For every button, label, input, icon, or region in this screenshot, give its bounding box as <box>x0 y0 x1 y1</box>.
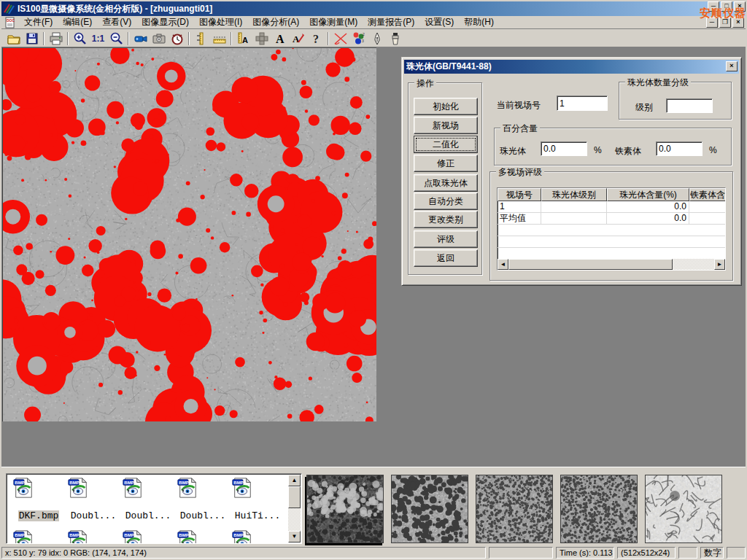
col-pearlite-grade[interactable]: 珠光体级别 <box>541 188 607 201</box>
menu-measure-report[interactable]: 测量报告(P) <box>363 15 419 30</box>
grid-tool-button[interactable] <box>252 31 271 47</box>
table-row-empty <box>498 236 725 248</box>
grade-button[interactable]: 评级 <box>414 230 478 248</box>
toolbar-separator <box>188 32 190 45</box>
file-item[interactable] <box>177 529 229 544</box>
col-pearlite-content[interactable]: 珠光体含量(%) <box>607 188 689 201</box>
table-row[interactable]: 1 0.0 <box>498 201 725 213</box>
table-row[interactable]: 平均值 0.0 <box>498 213 725 225</box>
zoom-out-button[interactable] <box>107 31 125 47</box>
file-name: HuiTi... <box>234 510 281 521</box>
pick-pearlite-button[interactable]: 点取珠光体 <box>414 174 478 192</box>
micrograph-frame <box>2 47 376 421</box>
scroll-left-button[interactable]: ◄ <box>498 259 508 270</box>
svg-text:A: A <box>242 36 248 44</box>
file-item[interactable]: Doubl... <box>122 477 174 521</box>
timer-button[interactable] <box>168 31 186 47</box>
file-browser-scrollbar[interactable]: ▲ ▼ <box>288 475 301 542</box>
file-item[interactable]: Doubl... <box>67 477 120 521</box>
thumbnail-3[interactable] <box>476 475 553 543</box>
brush-tool-button[interactable] <box>386 31 404 47</box>
menu-edit[interactable]: 编辑(E) <box>58 15 97 30</box>
ruler-icon <box>212 31 227 46</box>
svg-text:DOC: DOC <box>7 18 15 23</box>
file-item[interactable]: DKF.bmp <box>12 477 65 521</box>
status-bar: x: 510 y: 79 idx: 0 RGB: (174, 174, 174)… <box>1 545 746 559</box>
menu-file[interactable]: 文件(F) <box>19 15 58 30</box>
video-capture-button[interactable] <box>131 31 150 47</box>
file-item[interactable]: HuiTi... <box>231 477 284 521</box>
pearlite-percent-input[interactable] <box>541 141 587 156</box>
thumbnail-4[interactable] <box>560 475 638 543</box>
camera-capture-button[interactable] <box>150 31 168 47</box>
thumbnail-1[interactable] <box>306 475 384 543</box>
floppy-icon <box>25 31 39 46</box>
ruler-horizontal-button[interactable] <box>210 31 228 47</box>
toolbar: 1:1 A A A ? 23 <box>1 30 746 47</box>
pen-tool-button[interactable] <box>368 31 386 47</box>
table-row-empty <box>498 248 725 260</box>
pen-icon <box>370 31 384 46</box>
status-image-size: (512x512x24) <box>617 547 676 559</box>
col-ferrite-content[interactable]: 铁素体含量(%) <box>689 188 726 201</box>
menu-settings[interactable]: 设置(S) <box>419 15 459 30</box>
menu-image-measure[interactable]: 图像测量(M) <box>304 15 363 30</box>
cell-grade <box>541 201 607 212</box>
window-title: IS100显微摄像系统(金相分析版) - [zhuguangti01] <box>18 3 212 15</box>
change-class-button[interactable]: 更改类别 <box>414 211 478 228</box>
file-item[interactable] <box>231 529 284 544</box>
file-item[interactable] <box>67 529 120 544</box>
scroll-up-button[interactable]: ▲ <box>288 475 301 486</box>
micrograph-image[interactable] <box>3 48 376 421</box>
toolbar-separator <box>67 32 69 45</box>
thumbnail-5[interactable] <box>645 475 722 543</box>
menu-bar: DOC 文件(F) 编辑(E) 查看(V) 图像显示(D) 图像处理(I) 图像… <box>1 16 746 29</box>
menu-image-display[interactable]: 图像显示(D) <box>136 15 194 30</box>
grade-level-input[interactable] <box>666 98 713 113</box>
dialog-title-bar[interactable]: 珠光体(GB/T9441-88) <box>404 60 739 74</box>
current-field-input[interactable] <box>557 96 608 111</box>
binarize-button[interactable]: 二值化 <box>414 136 478 153</box>
scroll-down-button[interactable]: ▼ <box>288 531 301 542</box>
table-horizontal-scrollbar[interactable]: ◄ ► <box>498 259 725 270</box>
scroll-thumb[interactable] <box>508 259 673 270</box>
measure-text-button[interactable]: A <box>234 31 252 47</box>
text-annotate-button[interactable]: A <box>271 31 289 47</box>
file-browser[interactable]: DKF.bmp Doubl... Doubl... Doubl... HuiTi… <box>6 473 302 544</box>
new-field-button[interactable]: 新视场 <box>414 117 478 134</box>
menu-view[interactable]: 查看(V) <box>97 15 136 30</box>
open-file-button[interactable] <box>4 31 23 47</box>
return-button[interactable]: 返回 <box>414 249 478 267</box>
zoom-in-button[interactable] <box>71 31 89 47</box>
multi-field-table[interactable]: 视场号 珠光体级别 珠光体含量(%) 铁素体含量(%) 1 0.0 平均值 0.… <box>497 187 726 271</box>
classify-balls-button[interactable]: 23 <box>349 31 368 47</box>
correct-button[interactable]: 修正 <box>414 155 478 172</box>
init-button[interactable]: 初始化 <box>414 98 478 115</box>
text-edit-button[interactable]: A <box>289 31 307 47</box>
col-field-no[interactable]: 视场号 <box>498 188 541 201</box>
file-item[interactable] <box>122 529 174 544</box>
print-button[interactable] <box>47 31 65 47</box>
scroll-right-button[interactable]: ► <box>714 259 725 270</box>
menu-image-analysis[interactable]: 图像分析(A) <box>247 15 304 30</box>
curve-tool-button[interactable] <box>331 31 349 47</box>
file-item[interactable] <box>12 529 65 544</box>
menu-image-process[interactable]: 图像处理(I) <box>194 15 247 30</box>
thumbnail-2[interactable] <box>391 475 468 543</box>
zoom-out-icon <box>109 31 124 46</box>
help-button[interactable]: ? <box>307 31 325 47</box>
auto-classify-button[interactable]: 自动分类 <box>414 192 478 210</box>
dialog-close-button[interactable]: × <box>726 61 738 71</box>
zoom-1to1-button[interactable]: 1:1 <box>89 31 107 47</box>
toolbar-separator <box>328 32 329 45</box>
file-item[interactable]: Doubl... <box>177 477 229 521</box>
save-button[interactable] <box>23 31 41 47</box>
menu-help[interactable]: 帮助(H) <box>459 15 499 30</box>
scroll-thumb[interactable] <box>288 486 301 508</box>
help-icon: ? <box>309 31 324 46</box>
caliper-vertical-button[interactable] <box>192 31 210 47</box>
pearlite-unit: % <box>594 145 602 155</box>
ferrite-percent-input[interactable] <box>656 141 703 156</box>
grade-count-group-label: 珠光体数量分级 <box>625 77 691 89</box>
scroll-track[interactable] <box>673 259 714 270</box>
